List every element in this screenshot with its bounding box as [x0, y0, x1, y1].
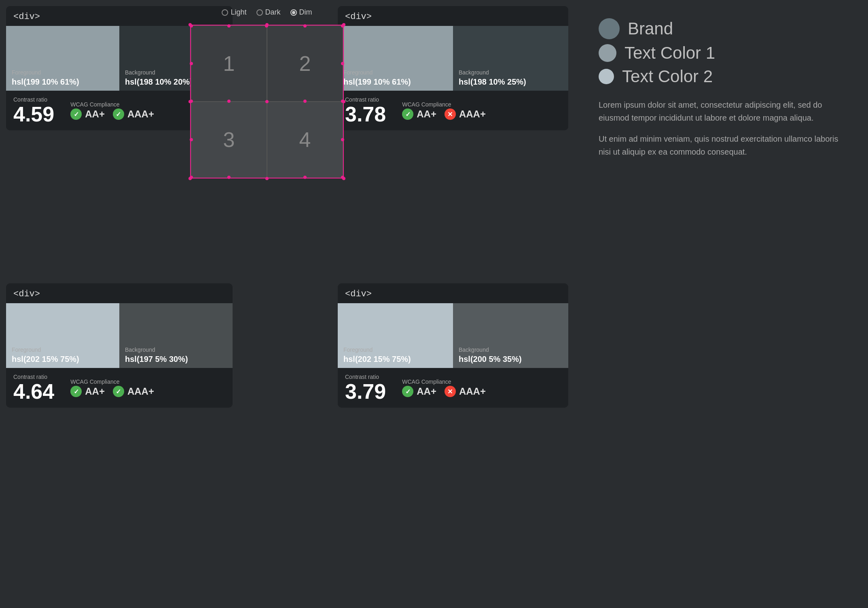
legend-text1: Text Color 1 — [599, 43, 849, 63]
fg-value-bl: hsl(202 15% 75%) — [12, 355, 114, 364]
cell2-handle-mr[interactable] — [341, 62, 344, 65]
theme-option-light[interactable]: Light — [222, 8, 246, 17]
cell-number-2: 2 — [299, 51, 311, 76]
right-info-panel: Brand Text Color 1 Text Color 2 Lorem ip… — [586, 6, 862, 179]
wcag-badges-tl: ✓ AA+ ✓ AAA+ — [70, 108, 154, 120]
theme-dark-label: Dark — [265, 8, 281, 17]
theme-selector[interactable]: Light Dark Dim — [222, 8, 312, 17]
cell1-handle-tr[interactable] — [265, 24, 268, 28]
cell-number-3: 3 — [223, 128, 235, 152]
wcag-aa-label-tr: AA+ — [417, 108, 436, 120]
bg-value-tr: hsl(198 10% 25%) — [459, 77, 563, 87]
text2-label: Text Color 2 — [622, 67, 713, 86]
handle-mm[interactable] — [265, 100, 269, 103]
fg-value-tr: hsl(199 10% 61%) — [343, 77, 447, 87]
swatch-bg-bl: Background hsl(197 5% 30%) — [119, 303, 233, 368]
swatch-fg-br: Foreground hsl(202 15% 75%) — [338, 303, 453, 368]
brand-label: Brand — [628, 19, 673, 38]
wcag-aaa-label-bl: AAA+ — [127, 386, 154, 397]
legend-brand: Brand — [599, 18, 849, 39]
cell1-handle-tl[interactable] — [190, 24, 193, 28]
contrast-label-br: Contrast ratio — [345, 374, 386, 380]
wcag-aa-tr: ✓ AA+ — [402, 108, 436, 120]
wcag-aa-icon-br: ✓ — [402, 386, 413, 397]
wcag-aaa-tl: ✓ AAA+ — [113, 108, 154, 120]
fg-label-br: Foreground — [343, 347, 447, 353]
wcag-aaa-icon-tl: ✓ — [113, 108, 124, 120]
legend-text2: Text Color 2 — [599, 67, 849, 86]
radio-dark[interactable] — [256, 9, 263, 16]
theme-option-dark[interactable]: Dark — [256, 8, 281, 17]
lorem-paragraph-1: Lorem ipsum dolor sit amet, consectetur … — [599, 98, 849, 124]
contrast-value-tl: 4.59 — [13, 104, 54, 125]
panel-top-right: <div> Foreground hsl(199 10% 61%) Backgr… — [338, 6, 568, 130]
wcag-tl: WCAG Compliance ✓ AA+ ✓ AAA+ — [70, 101, 154, 120]
text2-circle — [599, 69, 614, 84]
stats-bl: Contrast ratio 4.64 WCAG Compliance ✓ AA… — [6, 368, 233, 408]
cell2-handle-br[interactable] — [341, 100, 344, 103]
contrast-tl: Contrast ratio 4.59 — [13, 96, 54, 125]
wcag-aa-label-br: AA+ — [417, 386, 436, 397]
wcag-aaa-br: ✕ AAA+ — [445, 386, 486, 397]
fg-value-br: hsl(202 15% 75%) — [343, 355, 447, 364]
wcag-badges-bl: ✓ AA+ ✓ AAA+ — [70, 386, 154, 397]
cell4-handle-mr[interactable] — [341, 138, 344, 141]
wcag-aa-bl: ✓ AA+ — [70, 386, 105, 397]
panel-br-title: <div> — [338, 283, 568, 303]
grid-cell-4: 4 — [267, 102, 343, 178]
cell3-handle-ml[interactable] — [190, 138, 193, 141]
wcag-aa-icon-bl: ✓ — [70, 386, 82, 397]
bg-label-tr: Background — [459, 69, 563, 76]
fg-label-bl: Foreground — [12, 347, 114, 353]
panel-bottom-right: <div> Foreground hsl(202 15% 75%) Backgr… — [338, 283, 568, 408]
cell-number-4: 4 — [299, 128, 311, 152]
brand-circle — [599, 18, 620, 39]
cell1-handle-tm[interactable] — [227, 24, 231, 28]
cell1-handle-bm[interactable] — [227, 100, 231, 103]
contrast-br: Contrast ratio 3.79 — [345, 374, 386, 402]
wcag-aa-label-tl: AA+ — [85, 108, 105, 120]
cell1-handle-ml[interactable] — [190, 62, 193, 65]
text1-circle — [599, 44, 616, 62]
theme-option-dim[interactable]: Dim — [290, 8, 312, 17]
bg-label-bl: Background — [125, 347, 227, 353]
fg-label-tl: Foreground — [12, 69, 114, 76]
panel-tr-title: <div> — [338, 6, 568, 26]
cell3-handle-bm[interactable] — [227, 176, 231, 179]
wcag-aaa-icon-bl: ✓ — [113, 386, 124, 397]
cell2-handle-bm[interactable] — [303, 100, 307, 103]
bg-label-br: Background — [459, 347, 563, 353]
fg-value-tl: hsl(199 10% 61%) — [12, 77, 114, 87]
cell3-handle-bl[interactable] — [190, 176, 193, 179]
bg-value-br: hsl(200 5% 35%) — [459, 355, 563, 364]
cell2-handle-tm[interactable] — [303, 24, 307, 28]
grid-cell-3: 3 — [191, 102, 267, 178]
grid-cell-1: 1 — [191, 26, 267, 102]
wcag-aa-tl: ✓ AA+ — [70, 108, 105, 120]
cell1-handle-bl[interactable] — [190, 100, 193, 103]
color-swatches-br: Foreground hsl(202 15% 75%) Background h… — [338, 303, 568, 368]
swatch-bg-br: Background hsl(200 5% 35%) — [453, 303, 568, 368]
contrast-value-br: 3.79 — [345, 381, 386, 402]
swatch-fg-bl: Foreground hsl(202 15% 75%) — [6, 303, 119, 368]
cell-number-1: 1 — [223, 51, 235, 76]
wcag-aaa-label-br: AAA+ — [459, 386, 486, 397]
wcag-aaa-label-tl: AAA+ — [127, 108, 154, 120]
grid-cell-2: 2 — [267, 26, 343, 102]
wcag-aa-label-bl: AA+ — [85, 386, 105, 397]
cell4-handle-bm[interactable] — [303, 176, 307, 179]
cell4-handle-br[interactable] — [341, 176, 344, 179]
wcag-aaa-tr: ✕ AAA+ — [445, 108, 486, 120]
wcag-badges-tr: ✓ AA+ ✕ AAA+ — [402, 108, 486, 120]
color-swatches-tr: Foreground hsl(199 10% 61%) Background h… — [338, 26, 568, 91]
wcag-label-tl: WCAG Compliance — [70, 101, 154, 108]
contrast-label-bl: Contrast ratio — [13, 374, 54, 380]
radio-light[interactable] — [222, 9, 228, 16]
contrast-value-bl: 4.64 — [13, 381, 54, 402]
cell2-handle-tr[interactable] — [341, 24, 344, 28]
radio-dim[interactable] — [290, 9, 297, 16]
wcag-aa-br: ✓ AA+ — [402, 386, 436, 397]
panel-bl-title: <div> — [6, 283, 233, 303]
contrast-label-tl: Contrast ratio — [13, 96, 54, 103]
handle-bm[interactable] — [265, 177, 269, 180]
